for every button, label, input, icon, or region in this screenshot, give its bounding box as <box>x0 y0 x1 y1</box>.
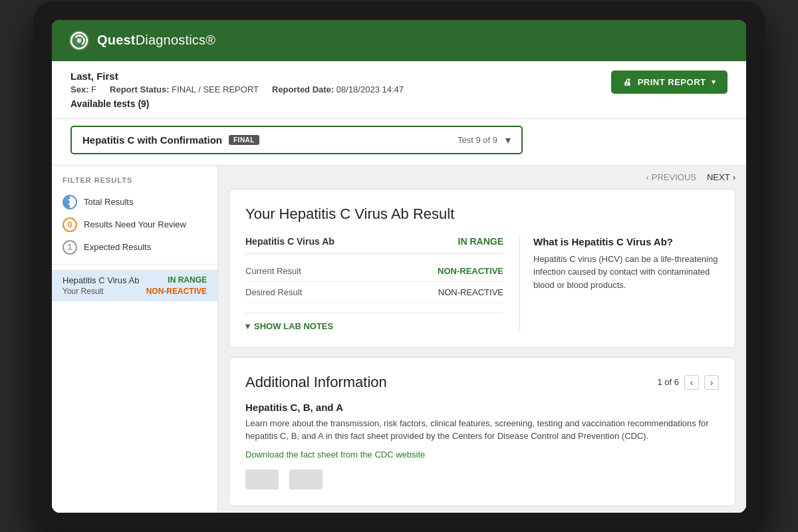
report-status-field: Report Status: FINAL / SEE REPORT <box>110 84 259 94</box>
result-table: Hepatitis C Virus Ab IN RANGE Current Re… <box>245 236 503 331</box>
info-section-title: Hepatitis C, B, and A <box>245 402 719 413</box>
final-badge: FINAL <box>229 135 259 145</box>
chevron-down-icon: ▾ <box>712 78 716 86</box>
org-logo <box>289 469 323 489</box>
pagination-prev-button[interactable]: ‹ <box>684 375 699 390</box>
needs-review-label: Results Need Your Review <box>84 219 186 229</box>
main-content: FILTER RESULTS 1 Total Results 0 Results… <box>52 166 746 513</box>
nav-row: ‹ PREVIOUS NEXT › <box>229 172 735 182</box>
patient-info: Last, First Sex: F Report Status: FINAL … <box>70 70 404 109</box>
cdc-link[interactable]: Download the fact sheet from the CDC web… <box>245 450 425 460</box>
sidebar-divider <box>52 264 217 265</box>
result-card-title: Your Hepatitis C Virus Ab Result <box>245 205 719 223</box>
logo-area: QuestDiagnostics® <box>68 29 215 52</box>
total-results-badge: 1 <box>63 195 77 209</box>
cdc-logo <box>245 469 279 489</box>
additional-card-header: Additional Information 1 of 6 ‹ › <box>245 374 719 391</box>
pagination-next-button[interactable]: › <box>704 375 719 390</box>
quest-logo-icon <box>68 29 90 52</box>
sidebar: FILTER RESULTS 1 Total Results 0 Results… <box>52 166 218 513</box>
test-count: Test 9 of 9 <box>458 135 497 145</box>
test-selector-bar: Hepatitis C with Confirmation FINAL Test… <box>52 119 746 166</box>
printer-icon: 🖨 <box>623 77 632 87</box>
expected-results-label: Expected Results <box>84 242 151 252</box>
test-dropdown[interactable]: Hepatitis C with Confirmation FINAL Test… <box>70 126 523 154</box>
additional-info-card: Additional Information 1 of 6 ‹ › Hepati… <box>229 357 735 506</box>
info-box-title: What is Hepatitis C Virus Ab? <box>533 236 719 247</box>
result-card-body: Hepatitis C Virus Ab IN RANGE Current Re… <box>245 236 719 331</box>
info-box: What is Hepatitis C Virus Ab? Hepatitis … <box>519 236 719 331</box>
patient-name: Last, First <box>70 70 404 82</box>
test-dropdown-left: Hepatitis C with Confirmation FINAL <box>82 134 259 146</box>
filter-total-results[interactable]: 1 Total Results <box>52 191 217 213</box>
print-button-label: PRINT REPORT <box>638 77 706 87</box>
filter-needs-review[interactable]: 0 Results Need Your Review <box>52 213 217 236</box>
needs-review-badge: 0 <box>63 217 77 232</box>
patient-bar: Last, First Sex: F Report Status: FINAL … <box>52 61 746 119</box>
reported-date-field: Reported Date: 08/18/2023 14:47 <box>272 84 404 94</box>
device-frame: QuestDiagnostics® Last, First Sex: F Rep… <box>33 1 765 531</box>
result-row-desired: Desired Result NON-REACTIVE <box>245 282 503 303</box>
additional-card-title: Additional Information <box>245 374 387 391</box>
svg-point-2 <box>77 38 82 43</box>
logo-text: QuestDiagnostics® <box>97 33 215 48</box>
filter-title: FILTER RESULTS <box>52 176 217 191</box>
filter-expected[interactable]: 1 Expected Results <box>52 236 217 259</box>
result-table-header: Hepatitis C Virus Ab IN RANGE <box>245 236 503 254</box>
expected-results-badge: 1 <box>63 240 77 255</box>
screen: QuestDiagnostics® Last, First Sex: F Rep… <box>52 20 746 513</box>
chevron-down-small-icon: ▾ <box>245 321 250 331</box>
sidebar-result-name: Hepatitis C Virus Ab IN RANGE <box>63 275 207 285</box>
sidebar-result-sub: Your Result NON-REACTIVE <box>63 287 207 296</box>
info-section-text: Learn more about the transmission, risk … <box>245 417 719 443</box>
result-card: Your Hepatitis C Virus Ab Result Hepatit… <box>229 189 735 348</box>
chevron-right-icon: › <box>733 172 735 182</box>
sex-field: Sex: F <box>70 84 96 94</box>
dropdown-arrow-icon: ▾ <box>505 134 511 146</box>
previous-button[interactable]: ‹ PREVIOUS <box>646 172 696 182</box>
info-box-text: Hepatitis C virus (HCV) can be a life-th… <box>533 253 719 292</box>
chevron-left-icon: ‹ <box>646 172 648 182</box>
logos-row <box>245 469 719 489</box>
total-results-label: Total Results <box>84 197 133 207</box>
patient-meta: Sex: F Report Status: FINAL / SEE REPORT… <box>70 84 404 94</box>
right-panel: ‹ PREVIOUS NEXT › Your Hepatitis C Virus… <box>218 166 746 513</box>
result-row-current: Current Result NON-REACTIVE <box>245 261 503 282</box>
show-lab-notes-button[interactable]: ▾ SHOW LAB NOTES <box>245 313 503 331</box>
test-name: Hepatitis C with Confirmation <box>82 134 222 146</box>
next-button[interactable]: NEXT › <box>707 172 735 182</box>
pagination: 1 of 6 ‹ › <box>657 375 719 390</box>
app-header: QuestDiagnostics® <box>52 20 746 61</box>
sidebar-result-hepatitis-c[interactable]: Hepatitis C Virus Ab IN RANGE Your Resul… <box>52 270 217 301</box>
available-tests: Available tests (9) <box>70 98 404 109</box>
print-report-button[interactable]: 🖨 PRINT REPORT ▾ <box>611 70 728 94</box>
